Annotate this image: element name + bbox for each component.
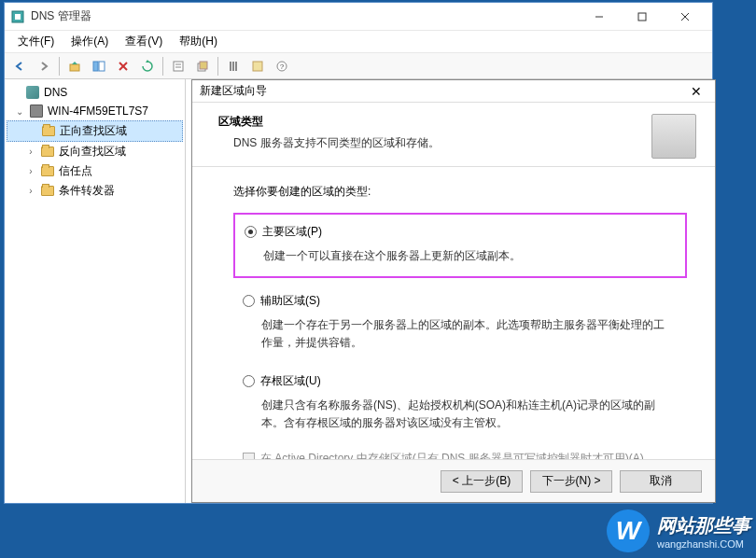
toolbar-separator [217,57,218,76]
secondary-zone-option: 辅助区域(S) 创建一个存在于另一个服务器上的区域的副本。此选项帮助主服务器平衡… [233,287,687,357]
stub-zone-option: 存根区域(U) 创建只含有名称服务器(NS)、起始授权机构(SOA)和粘连主机(… [233,368,687,438]
nav-forward-button[interactable] [33,55,55,77]
server-icon [29,104,44,119]
tree-forward-lookup[interactable]: 正向查找区域 [7,120,183,142]
folder-icon [40,164,55,179]
svg-text:?: ? [280,63,285,71]
maximize-button[interactable] [621,4,664,30]
svg-rect-11 [174,62,183,71]
close-button[interactable] [664,4,707,30]
new-zone-wizard: 新建区域向导 ✕ 区域类型 DNS 服务器支持不同类型的区域和存储。 选择你要创… [191,79,716,503]
tree-panel: DNS ⌄ WIN-4FM59ETL7S7 正向查找区域 › 反向查找区域 [5,79,186,503]
primary-zone-radio[interactable] [245,226,257,238]
stub-zone-desc: 创建只含有名称服务器(NS)、起始授权机构(SOA)和粘连主机(A)记录的区域的… [243,397,674,432]
watermark-main: 网站那些事 [657,513,750,538]
menu-view[interactable]: 查看(V) [118,32,170,51]
wizard-footer: < 上一步(B) 下一步(N) > 取消 [192,459,715,502]
expand-toggle-icon[interactable]: › [25,146,36,157]
watermark: W 网站那些事 wangzhanshi.COM [607,509,750,552]
nav-back-button[interactable] [8,55,31,77]
svg-rect-18 [235,62,237,71]
refresh-button[interactable] [136,55,159,77]
window-title: DNS 管理器 [31,8,578,24]
tree-label: 反向查找区域 [59,144,126,160]
tree-reverse-lookup[interactable]: › 反向查找区域 [7,142,183,161]
wizard-close-button[interactable]: ✕ [685,81,707,102]
menu-action[interactable]: 操作(A) [63,32,116,51]
tree-trust-points[interactable]: › 信任点 [7,161,183,181]
options-button[interactable] [246,55,269,77]
svg-rect-1 [15,14,21,20]
tree-label: 信任点 [59,163,92,179]
dns-manager-window: DNS 管理器 文件(F) 操作(A) 查看(V) 帮助(H) ? [4,2,713,504]
secondary-zone-radio[interactable] [243,295,255,307]
svg-rect-16 [230,62,231,71]
tree-root-dns[interactable]: DNS [7,83,183,102]
wizard-server-graphic-icon [651,114,696,159]
toolbar: ? [5,53,712,79]
watermark-logo-icon: W [607,509,650,552]
secondary-zone-desc: 创建一个存在于另一个服务器上的区域的副本。此选项帮助主服务器平衡处理的工作量，并… [243,316,674,352]
app-icon [10,9,25,24]
expand-toggle-icon[interactable]: › [25,166,36,176]
menubar: 文件(F) 操作(A) 查看(V) 帮助(H) [5,31,712,53]
tree-label: DNS [44,86,67,99]
wizard-cancel-button[interactable]: 取消 [620,470,702,493]
collapse-toggle-icon[interactable]: ⌄ [14,106,25,117]
primary-zone-label: 主要区域(P) [262,224,322,240]
svg-rect-17 [232,62,234,71]
tree-conditional-forwarders[interactable]: › 条件转发器 [7,181,183,201]
menu-help[interactable]: 帮助(H) [172,32,225,51]
wizard-heading: 区域类型 [218,114,644,130]
folder-icon [40,145,55,160]
delete-button[interactable] [112,55,134,77]
properties-button[interactable] [167,55,189,77]
dns-root-icon [25,85,40,100]
wizard-title: 新建区域向导 [200,83,685,99]
svg-rect-15 [200,62,207,69]
primary-zone-option-highlight: 主要区域(P) 创建一个可以直接在这个服务器上更新的区域副本。 [233,213,687,278]
wizard-back-button[interactable]: < 上一步(B) [441,470,523,493]
up-level-button[interactable] [63,55,86,77]
toolbar-separator [162,57,163,76]
wizard-body: 选择你要创建的区域的类型: 主要区域(P) 创建一个可以直接在这个服务器上更新的… [192,167,715,476]
wizard-prompt: 选择你要创建的区域的类型: [233,184,687,200]
wizard-titlebar: 新建区域向导 ✕ [192,80,715,103]
tree-label: 正向查找区域 [60,123,127,139]
primary-zone-desc: 创建一个可以直接在这个服务器上更新的区域副本。 [245,247,672,265]
help-button[interactable]: ? [271,55,293,77]
svg-rect-6 [70,64,79,71]
tree-label: WIN-4FM59ETL7S7 [48,105,148,118]
new-window-button[interactable] [191,55,214,77]
toolbar-separator [59,57,60,76]
svg-rect-19 [253,62,262,71]
svg-rect-3 [638,13,646,21]
expand-toggle-icon[interactable]: › [25,186,36,196]
watermark-sub: wangzhanshi.COM [657,538,750,550]
filter-button[interactable] [222,55,245,77]
tree-server[interactable]: ⌄ WIN-4FM59ETL7S7 [7,102,183,120]
secondary-zone-label: 辅助区域(S) [260,293,320,309]
show-hide-tree-button[interactable] [88,55,110,77]
wizard-subheading: DNS 服务器支持不同类型的区域和存储。 [218,135,644,151]
folder-icon [41,124,56,139]
titlebar: DNS 管理器 [5,3,712,31]
svg-rect-7 [93,62,98,71]
svg-rect-8 [99,62,105,71]
stub-zone-label: 存根区域(U) [260,373,321,389]
wizard-header: 区域类型 DNS 服务器支持不同类型的区域和存储。 [192,103,715,167]
wizard-next-button[interactable]: 下一步(N) > [530,470,612,493]
folder-icon [40,184,55,199]
minimize-button[interactable] [578,4,621,30]
content-panel: 新建区域向导 ✕ 区域类型 DNS 服务器支持不同类型的区域和存储。 选择你要创… [186,79,712,503]
tree-label: 条件转发器 [59,183,115,199]
stub-zone-radio[interactable] [243,375,255,387]
menu-file[interactable]: 文件(F) [10,32,62,51]
